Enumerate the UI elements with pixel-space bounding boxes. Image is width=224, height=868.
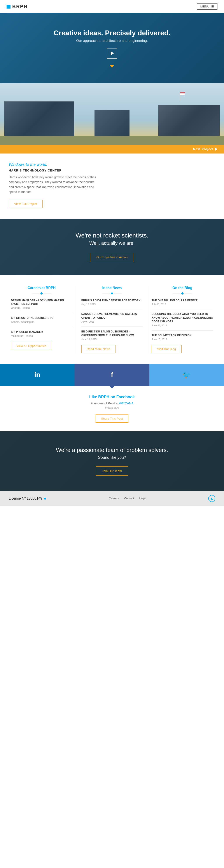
play-button[interactable] — [107, 48, 117, 59]
news-title: NASA'S FOREVER REMEMBERED GALLERY OPENS … — [81, 312, 143, 320]
job-item: SR. PROJECT MANAGER Melbourne, Florida — [11, 330, 72, 338]
menu-label: MENU — [200, 5, 210, 8]
logo-text: BRPH — [12, 4, 28, 9]
join-subtitle: Sound like you? — [9, 455, 215, 460]
hero-section: Creative ideas. Precisely delivered. Our… — [0, 13, 224, 83]
ground — [0, 136, 224, 145]
building-left — [4, 101, 74, 136]
divider-line-right — [44, 293, 51, 293]
facebook-arrow-icon — [109, 386, 115, 389]
footer-link-careers[interactable]: Careers — [109, 497, 119, 500]
blog-separator — [152, 330, 213, 331]
join-title: We're a passionate team of problem solve… — [9, 447, 215, 454]
join-our-team-button[interactable]: Join Our Team — [96, 466, 128, 476]
linkedin-button[interactable]: in — [0, 364, 75, 386]
news-date: July 15, 2015 — [81, 303, 143, 306]
footer-license: License N° 13000149 — [9, 496, 47, 500]
twitter-icon: 🐦 — [182, 371, 191, 379]
header: BRPH MENU ☰ — [0, 0, 224, 13]
divider-line-left — [102, 293, 110, 293]
news-column-title: In the News — [81, 286, 143, 290]
blog-date: July 13, 2015 — [152, 303, 213, 306]
blog-column-title: On the Blog — [152, 286, 213, 290]
blog-divider — [152, 292, 213, 294]
job-location: Seattle, Washington — [11, 320, 72, 323]
divider-line-left — [173, 293, 180, 293]
social-bar: in f 🐦 — [0, 364, 224, 386]
divider-line-left — [32, 293, 39, 293]
menu-button[interactable]: MENU ☰ — [197, 3, 217, 10]
expertise-subtitle: Well, actually we are. — [9, 240, 215, 246]
building-center — [95, 110, 129, 136]
news-column: In the News BRPH IS A 'HOT FIRM,' BEST P… — [77, 286, 147, 353]
project-image — [0, 83, 224, 145]
news-item: BRPH IS A 'HOT FIRM,' BEST PLACE TO WORK… — [81, 299, 143, 306]
news-date: July 6, 2015 — [81, 320, 143, 323]
careers-button-wrap: View All Opportunities — [11, 342, 72, 350]
careers-column: Careers at BRPH DESIGN MANAGER – LOCKHEE… — [7, 286, 77, 353]
blog-title: THE ONE MILLION DOLLAR EFFECT — [152, 299, 213, 302]
view-all-opportunities-button[interactable]: View All Opportunities — [11, 342, 52, 350]
expertise-button[interactable]: Our Expertise in Action — [90, 253, 134, 262]
building-right — [158, 105, 220, 136]
divider-diamond-icon — [111, 292, 113, 294]
blog-item: THE SOUNDTRACK OF DESIGN June 10, 2015 — [152, 334, 213, 341]
footer-link-contact[interactable]: Contact — [124, 497, 134, 500]
blog-date: June 25, 2015 — [152, 324, 213, 327]
next-arrow-icon — [215, 148, 217, 151]
footer-link-legal[interactable]: Legal — [139, 497, 146, 500]
careers-column-title: Careers at BRPH — [11, 286, 72, 290]
blog-separator — [152, 309, 213, 309]
project-tagline: Windows to the world. — [9, 162, 215, 167]
visit-our-blog-button[interactable]: Visit Our Blog — [152, 345, 181, 353]
facebook-icon: f — [111, 371, 113, 379]
blog-button-wrap: Visit Our Blog — [152, 345, 213, 353]
post-text-content: Founders of Revit at — [90, 402, 118, 405]
facebook-post-link[interactable]: #RTCANA — [119, 402, 133, 405]
job-location: Melbourne, Florida — [11, 335, 72, 338]
news-divider — [81, 292, 143, 294]
scroll-down-arrow — [110, 65, 114, 68]
news-date: June 18, 2015 — [81, 338, 143, 341]
facebook-button[interactable]: f — [75, 364, 149, 386]
job-item: SR. STRUCTURAL ENGINEER, PE Seattle, Was… — [11, 316, 72, 323]
project-text: Harris wondered how they would grow to m… — [9, 175, 96, 194]
flag-pole — [180, 92, 180, 101]
divider-line-right — [185, 293, 192, 293]
logo-square-icon — [7, 5, 10, 8]
blog-title: THE SOUNDTRACK OF DESIGN — [152, 334, 213, 337]
scroll-to-top-button[interactable]: ▲ — [208, 495, 215, 502]
footer: License N° 13000149 Careers Contact Lega… — [0, 491, 224, 506]
blog-date: June 10, 2015 — [152, 338, 213, 341]
view-full-project-button[interactable]: View Full Project — [9, 200, 43, 208]
divider-diamond-icon — [40, 292, 43, 294]
read-more-news-button[interactable]: Read More News — [81, 345, 116, 353]
hero-subtitle: Our approach to architecture and enginee… — [53, 39, 171, 43]
job-separator — [11, 327, 72, 327]
hero-title: Creative ideas. Precisely delivered. — [53, 29, 171, 37]
news-item: EN DIRECT DU SALON DU BOURGET – GREETING… — [81, 330, 143, 341]
project-description: Windows to the world. HARRIS TECHNOLOGY … — [0, 154, 224, 219]
footer-diamond-icon — [44, 497, 46, 500]
hamburger-icon: ☰ — [211, 5, 214, 8]
twitter-button[interactable]: 🐦 — [149, 364, 224, 386]
hero-content: Creative ideas. Precisely delivered. Our… — [53, 29, 171, 63]
flag-icon — [180, 92, 185, 95]
expertise-section: We're not rocket scientists. Well, actua… — [0, 219, 224, 275]
next-project-label: Next Project — [193, 147, 214, 151]
next-project-bar[interactable]: Next Project — [0, 145, 224, 154]
logo: BRPH — [7, 4, 28, 9]
divider-line-right — [114, 293, 122, 293]
share-post-button[interactable]: Share This Post — [96, 414, 128, 423]
news-button-wrap: Read More News — [81, 345, 143, 353]
job-item: DESIGN MANAGER – LOCKHEED MARTIN FACILIT… — [11, 299, 72, 310]
license-text: License N° 13000149 — [9, 496, 42, 500]
three-columns: Careers at BRPH DESIGN MANAGER – LOCKHEE… — [0, 275, 224, 364]
blog-column: On the Blog THE ONE MILLION DOLLAR EFFEC… — [147, 286, 217, 353]
blog-title: DECODING THE CODE: WHAT YOU NEED TO KNOW… — [152, 312, 213, 323]
linkedin-icon: in — [34, 371, 40, 379]
facebook-page-title: Like BRPH on Facebook — [9, 395, 215, 399]
join-section: We're a passionate team of problem solve… — [0, 431, 224, 491]
building-illustration — [0, 83, 224, 145]
project-name: HARRIS TECHNOLOGY CENTER — [9, 168, 215, 172]
